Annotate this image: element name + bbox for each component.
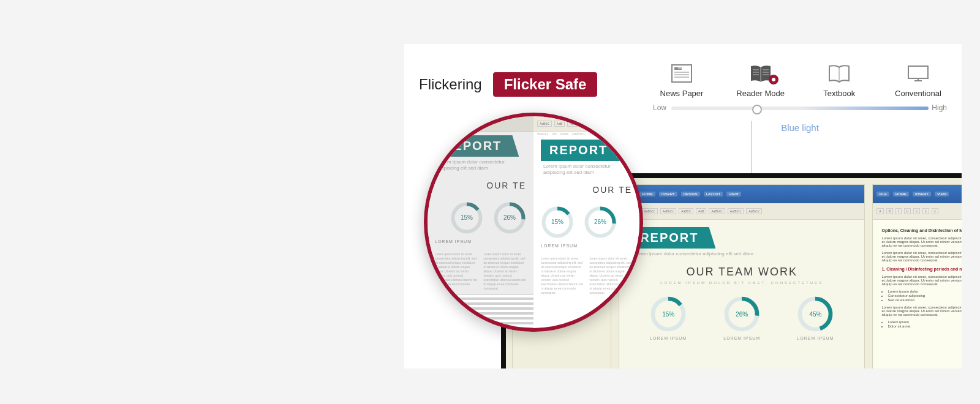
scale-high-label: High: [932, 103, 947, 112]
app-ribbon: FILEHOMEINSERTDESIGNLAYOUTVIEW: [619, 185, 864, 203]
tab-flicker-safe[interactable]: Flicker Safe: [493, 72, 598, 97]
progress-ring: 15%: [650, 296, 687, 332]
mode-label: Reader Mode: [736, 89, 785, 98]
mode-reader[interactable]: Reader Mode: [732, 64, 790, 98]
style-row: AaBbCAaBAaBbCcAaBbCc: [533, 116, 639, 132]
doc-para: Lorem ipsum dolor sit amet, consectetur …: [881, 251, 962, 262]
scale-caption: Blue light: [653, 122, 947, 133]
screen-window-report: FILEHOMEINSERTDESIGNLAYOUTVIEW AaBbCcAaB…: [619, 184, 865, 368]
mode-row: NEWS News Paper Reader Mode Textbook: [653, 64, 947, 113]
progress-ring: 45%: [797, 296, 834, 332]
style-row: AaBbCcAaBbCcAaBbCc: [428, 116, 533, 132]
app-ribbon: FILEHOMEINSERTVIEW: [873, 185, 962, 203]
mode-newspaper[interactable]: NEWS News Paper: [653, 64, 710, 98]
ring-label: LOREM IPSUM: [797, 336, 834, 340]
ring-row: 15%LOREM IPSUM 26%LOREM IPSUM 45%LOREM I…: [631, 296, 852, 340]
doc-list: Lorem ipsum dolorConsectetur adipiscingS…: [888, 290, 962, 302]
mode-label: Conventional: [895, 89, 941, 98]
doc-title: Options, Cleaning and Disinfection of Mo…: [881, 228, 962, 233]
scale-bar: [671, 107, 929, 110]
report-band: REPORT: [435, 135, 519, 157]
report-sub: Lorem ipsum dolor consectetur adipiscing…: [634, 251, 852, 257]
team-title: OUR TE: [541, 185, 632, 195]
mode-label: News Paper: [660, 89, 704, 98]
ring-label: LOREM IPSUM: [723, 336, 760, 340]
doc-para: Lorem ipsum dolor sit amet, consectetur …: [881, 275, 962, 286]
scale-dot: [752, 105, 762, 114]
report-band: REPORT: [631, 227, 715, 249]
lorem-head: LOREM IPSUM: [435, 239, 526, 244]
team-title: OUR TEAM WORK: [631, 266, 852, 279]
doc-list: Lorem ipsumDolor sit amet: [888, 320, 962, 328]
monitor-icon: [906, 64, 930, 85]
eye-indicator-icon: [769, 75, 778, 84]
svg-text:NEWS: NEWS: [678, 67, 684, 70]
textbook-icon: [827, 64, 851, 85]
progress-ring: 26%: [723, 296, 760, 332]
team-title: OUR TE: [435, 181, 526, 190]
style-row: AaBbCcAaBbCcAaBbCcAaBbCAaBAaBbCcAaBbCcAa…: [619, 203, 864, 220]
stage: Flickering Flicker Safe NEWS News Paper …: [404, 44, 962, 368]
scale-low-label: Low: [653, 103, 666, 112]
report-sub: Lorem ipsum dolor consectetur adipiscing…: [437, 159, 526, 172]
magnifier-lens: AaBbCcAaBbCcAaBbCc REPORT Lorem ipsum do…: [424, 113, 643, 332]
lorem-head: LOREM IPSUM: [541, 244, 632, 248]
progress-ring: 15%: [541, 206, 574, 239]
progress-ring: 26%: [584, 206, 617, 239]
flicker-tabs: Flickering Flicker Safe: [419, 72, 597, 97]
team-sub: LOREM IPSUM DOLOR SIT AMET, CONSECTETUER: [631, 281, 852, 285]
style-row: ABIU≡≡≡: [873, 203, 962, 220]
doc-para: Lorem ipsum dolor sit amet, consectetur …: [881, 236, 962, 247]
ring-label: LOREM IPSUM: [650, 336, 687, 340]
svg-rect-14: [908, 66, 928, 78]
mode-label: Textbook: [823, 89, 855, 98]
tab-flickering[interactable]: Flickering: [419, 76, 482, 93]
progress-ring: 26%: [493, 201, 526, 234]
report-band: REPORT: [541, 140, 625, 161]
lens-half-flickering: AaBbCcAaBbCcAaBbCc REPORT Lorem ipsum do…: [428, 116, 533, 328]
mode-conventional[interactable]: Conventional: [889, 64, 947, 98]
mode-textbook[interactable]: Textbook: [810, 64, 868, 98]
doc-para: Lorem ipsum dolor sit amet, consectetur …: [881, 305, 962, 316]
doc-redline: 1. Cleaning / Disinfecting periods and m…: [881, 267, 962, 271]
progress-ring: 15%: [450, 201, 483, 234]
blue-light-scale: Low High Blue light: [653, 104, 947, 113]
screen-window-text: FILEHOMEINSERTVIEW ABIU≡≡≡ Options, Clea…: [872, 184, 962, 368]
report-sub: Lorem ipsum dolor consectetur adipiscing…: [543, 163, 632, 176]
newspaper-icon: NEWS: [669, 64, 694, 85]
